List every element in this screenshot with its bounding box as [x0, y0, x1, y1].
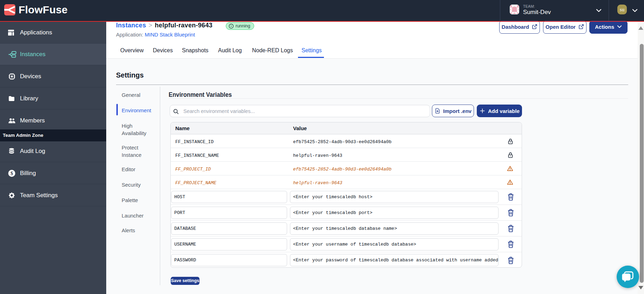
svg-text:$: $: [11, 170, 13, 176]
